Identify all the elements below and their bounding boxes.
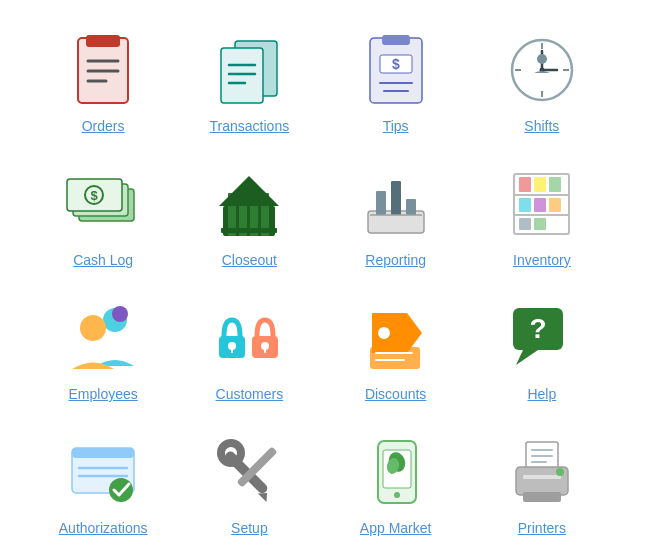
svg-text:?: ? (529, 313, 546, 344)
tips-label: Tips (383, 118, 409, 134)
app-market-icon (356, 432, 436, 512)
authorizations-icon (63, 432, 143, 512)
printers-label: Printers (518, 520, 566, 536)
svg-point-91 (556, 468, 564, 476)
cash-log-item[interactable]: $ Cash Log (30, 154, 176, 278)
setup-item[interactable]: Setup (176, 422, 322, 546)
svg-point-55 (80, 315, 106, 341)
svg-point-83 (394, 492, 400, 498)
help-item[interactable]: ? Help (469, 288, 615, 412)
inventory-item[interactable]: Inventory (469, 154, 615, 278)
inventory-icon (502, 164, 582, 244)
orders-label: Orders (82, 118, 125, 134)
svg-rect-46 (519, 177, 531, 192)
authorizations-item[interactable]: Authorizations (30, 422, 176, 546)
discounts-icon (356, 298, 436, 378)
shifts-icon (502, 30, 582, 110)
authorizations-label: Authorizations (59, 520, 148, 536)
orders-icon (63, 30, 143, 110)
shifts-item[interactable]: Shifts (469, 20, 615, 144)
main-grid: Orders Transactions $ (0, 0, 645, 559)
inventory-label: Inventory (513, 252, 571, 268)
tips-icon: $ (356, 30, 436, 110)
svg-rect-53 (534, 218, 546, 230)
tips-item[interactable]: $ Tips (323, 20, 469, 144)
svg-rect-71 (72, 448, 134, 458)
app-market-item[interactable]: App Market (323, 422, 469, 546)
customers-label: Customers (216, 386, 284, 402)
svg-rect-52 (519, 218, 531, 230)
reporting-item[interactable]: Reporting (323, 154, 469, 278)
shifts-label: Shifts (524, 118, 559, 134)
orders-item[interactable]: Orders (30, 20, 176, 144)
svg-rect-37 (221, 228, 277, 233)
reporting-icon (356, 164, 436, 244)
printers-icon (502, 432, 582, 512)
svg-text:$: $ (91, 188, 99, 203)
customers-item[interactable]: Customers (176, 288, 322, 412)
svg-rect-59 (231, 347, 233, 353)
closeout-item[interactable]: Closeout (176, 154, 322, 278)
svg-rect-7 (221, 48, 263, 103)
transactions-label: Transactions (210, 118, 290, 134)
svg-point-63 (378, 327, 390, 339)
employees-label: Employees (68, 386, 137, 402)
svg-rect-48 (549, 177, 561, 192)
employees-icon (63, 298, 143, 378)
help-label: Help (527, 386, 556, 402)
svg-rect-41 (406, 199, 416, 215)
svg-point-56 (112, 306, 128, 322)
printers-item[interactable]: Printers (469, 422, 615, 546)
svg-marker-36 (219, 176, 279, 206)
help-icon: ? (502, 298, 582, 378)
svg-rect-50 (534, 198, 546, 212)
svg-rect-49 (519, 198, 531, 212)
svg-rect-47 (534, 177, 546, 192)
svg-rect-2 (86, 35, 120, 47)
svg-marker-68 (516, 350, 538, 365)
svg-text:$: $ (392, 56, 400, 72)
svg-rect-39 (376, 191, 386, 215)
svg-rect-64 (370, 347, 420, 369)
svg-rect-12 (382, 35, 410, 45)
svg-rect-90 (523, 492, 561, 502)
transactions-icon (209, 30, 289, 110)
setup-icon (209, 432, 289, 512)
cash-log-icon: $ (63, 164, 143, 244)
cash-log-label: Cash Log (73, 252, 133, 268)
transactions-item[interactable]: Transactions (176, 20, 322, 144)
customers-icon (209, 298, 289, 378)
svg-rect-62 (264, 347, 266, 353)
discounts-label: Discounts (365, 386, 426, 402)
discounts-item[interactable]: Discounts (323, 288, 469, 412)
svg-rect-51 (549, 198, 561, 212)
svg-rect-89 (523, 475, 561, 479)
svg-rect-40 (391, 181, 401, 215)
closeout-label: Closeout (222, 252, 277, 268)
employees-item[interactable]: Employees (30, 288, 176, 412)
reporting-label: Reporting (365, 252, 426, 268)
app-market-label: App Market (360, 520, 432, 536)
setup-label: Setup (231, 520, 268, 536)
closeout-icon (209, 164, 289, 244)
svg-point-25 (537, 54, 547, 64)
